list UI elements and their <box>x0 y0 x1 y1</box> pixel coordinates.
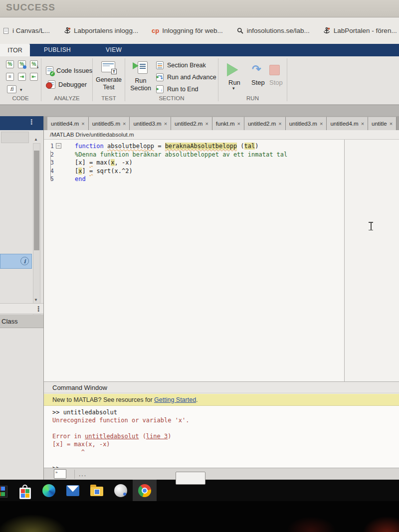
error-link[interactable]: line 3 <box>146 433 168 440</box>
breadcrumb[interactable]: /MATLAB Drive/untitledabsolut.m <box>44 130 399 140</box>
close-tab-icon[interactable]: × <box>320 121 323 127</box>
scrollbar-thumb[interactable] <box>34 151 39 250</box>
generate-test-button[interactable]: Generate Test <box>93 76 125 91</box>
page-icon <box>2 27 9 34</box>
close-tab-icon[interactable]: × <box>390 121 393 127</box>
step-icon[interactable]: ↷ <box>252 64 261 75</box>
bookmark-item[interactable]: infosolutions.se/lab... <box>236 27 310 34</box>
taskbar-store[interactable] <box>13 480 37 501</box>
document-tab[interactable]: untitled3.m× <box>286 117 327 130</box>
indent-right-icon[interactable]: ⇥ <box>18 73 26 81</box>
taskbar-edge[interactable] <box>37 480 61 501</box>
panel-scrollbar[interactable] <box>33 143 40 319</box>
dish-icon <box>114 484 127 497</box>
command-prompt-icon[interactable]: » <box>54 469 66 479</box>
document-tab[interactable]: untitle× <box>368 117 397 130</box>
taskbar-explorer[interactable] <box>85 480 109 501</box>
fold-column <box>54 167 65 176</box>
document-tab-label: untitled3.m <box>133 121 161 127</box>
scroll-down-icon[interactable]: ▼ <box>34 298 38 302</box>
info-icon[interactable]: i <box>20 257 29 265</box>
getting-started-link[interactable]: Getting Started <box>154 396 196 403</box>
taskbar-mail[interactable] <box>61 480 85 501</box>
command-window-header[interactable]: Command Window <box>44 381 399 393</box>
run-to-end-icon: ▸↓ <box>156 85 164 93</box>
debugger-button[interactable]: Debugger <box>46 80 87 89</box>
taskbar-pinned-partial-icon[interactable] <box>0 486 7 498</box>
taskbar-chrome[interactable] <box>133 480 157 501</box>
screen: SUCCESS i Canvas/L...Labportalens inlogg… <box>0 0 399 532</box>
run-dropdown-icon[interactable]: ▾ <box>232 86 235 91</box>
code-line: 5end <box>44 175 344 183</box>
panel-header-bar: ••• <box>0 116 43 130</box>
panel-splitter[interactable]: ••• <box>0 303 43 314</box>
document-tab[interactable]: untitled3.m× <box>130 117 171 130</box>
output-line: Unrecognized function or variable 'x'. <box>52 416 399 424</box>
smart-indent-icon[interactable]: ≡ <box>6 73 14 81</box>
run-section-button[interactable]: Run Section <box>126 77 155 92</box>
stop-icon[interactable] <box>269 65 280 75</box>
section-break-icon <box>156 61 164 69</box>
debugger-icon <box>48 80 55 89</box>
editor-right-pane[interactable] <box>344 140 399 381</box>
run-button[interactable]: Run <box>228 79 240 86</box>
document-tab[interactable]: untitled4.m× <box>47 117 89 130</box>
output-line: ^ <box>52 448 399 456</box>
run-section-icon[interactable] <box>133 61 148 75</box>
section-break-button[interactable]: Section Break <box>156 61 206 69</box>
indent-left-icon[interactable]: ⇤ <box>30 73 38 81</box>
panel-button[interactable] <box>1 132 29 143</box>
run-and-advance-button[interactable]: ▸↴ Run and Advance <box>156 73 216 81</box>
scroll-up-icon[interactable]: ▲ <box>34 137 38 142</box>
format-fi-icon[interactable]: fi <box>7 85 16 93</box>
collapse-fold-icon[interactable]: − <box>56 143 61 149</box>
close-tab-icon[interactable]: × <box>205 121 208 127</box>
store-icon <box>19 484 31 497</box>
bookmark-label: infosolutions.se/lab... <box>247 27 310 34</box>
error-link[interactable]: untitledabsolut <box>85 433 139 440</box>
document-tab[interactable]: untitled2.m× <box>244 117 286 130</box>
generate-test-icon[interactable]: T <box>101 61 115 72</box>
group-label-analyze: ANALYZE <box>41 95 92 101</box>
code-dropdown-icon[interactable]: ▾ <box>20 87 22 92</box>
tab-view[interactable]: VIEW <box>106 46 122 53</box>
document-tab[interactable]: untitled5.m× <box>89 117 130 130</box>
run-to-end-button[interactable]: ▸↓ Run to End <box>156 85 199 93</box>
close-tab-icon[interactable]: × <box>123 121 126 127</box>
group-label-code: CODE <box>0 95 41 101</box>
photo-top-strip: SUCCESS <box>0 0 399 17</box>
code-issues-button[interactable]: ✓ Code Issues <box>46 66 92 75</box>
tab-publish[interactable]: PUBLISH <box>44 46 71 53</box>
edge-icon <box>42 484 55 497</box>
bookmark-item[interactable]: cpInloggning för web... <box>152 27 223 34</box>
document-tab-label: untitled2.m <box>248 121 276 127</box>
document-tab[interactable]: untitled4.m× <box>327 117 368 130</box>
run-icon[interactable] <box>227 63 238 76</box>
close-tab-icon[interactable]: × <box>278 121 281 127</box>
code-text: function absolutbelopp = beraknaAbsolutb… <box>65 143 259 150</box>
close-tab-icon[interactable]: × <box>164 121 167 127</box>
command-output[interactable]: >> untitledabsolutUnrecognized function … <box>44 406 399 468</box>
fold-bracket <box>50 151 51 179</box>
document-tab[interactable]: untitled2.m× <box>171 117 212 130</box>
document-tab[interactable]: funkt.m× <box>212 117 244 130</box>
close-tab-icon[interactable]: × <box>237 121 240 127</box>
close-tab-icon[interactable]: × <box>361 121 364 127</box>
status-ellipsis[interactable]: ... <box>79 471 87 478</box>
selected-file-row[interactable]: i <box>0 254 32 269</box>
stop-button[interactable]: Stop <box>269 79 283 86</box>
comment-icon[interactable]: % <box>6 60 14 68</box>
left-panel: ••• ▲ ▼ i ••• Class <box>0 116 44 480</box>
wrap-comments-icon[interactable]: %↴ <box>30 60 38 68</box>
bookmark-item[interactable]: Labportalens inlogg... <box>63 27 138 34</box>
panel-menu-icon[interactable]: ••• <box>30 119 32 125</box>
taskbar-dish[interactable] <box>109 480 133 501</box>
bookmarks-bar: i Canvas/L...Labportalens inlogg...cpInl… <box>0 17 399 44</box>
comment-block-icon[interactable]: % <box>18 60 26 68</box>
close-tab-icon[interactable]: × <box>81 121 84 127</box>
step-button[interactable]: Step <box>251 79 265 86</box>
tab-editor[interactable]: ITOR <box>0 44 30 56</box>
bookmark-item[interactable]: i Canvas/L... <box>2 27 50 34</box>
bookmark-item[interactable]: LabPortalen - fören... <box>323 27 397 34</box>
editor-canvas[interactable]: 1−function absolutbelopp = beraknaAbsolu… <box>44 140 344 381</box>
